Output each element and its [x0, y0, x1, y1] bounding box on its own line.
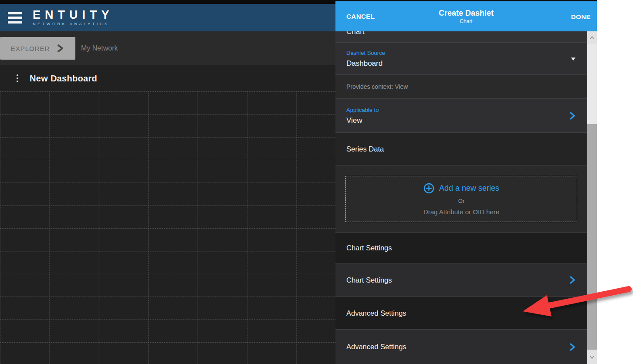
- explorer-button[interactable]: EXPLORER: [0, 37, 75, 60]
- menu-icon[interactable]: [8, 12, 22, 24]
- scroll-down-button[interactable]: [587, 350, 597, 364]
- panel-subtitle: Chart: [439, 18, 494, 24]
- dashlet-source-value: Dashboard: [346, 59, 385, 68]
- dropdown-caret-icon[interactable]: ▼: [570, 56, 577, 62]
- add-series-button[interactable]: Add a new series: [423, 183, 499, 194]
- series-data-header-text: Series Data: [346, 145, 384, 153]
- scroll-up-button[interactable]: [587, 31, 597, 44]
- dashboard-title: New Dashboard: [30, 74, 97, 84]
- applicable-to-field[interactable]: Applicable to View: [335, 99, 587, 133]
- series-body: Add a new series Or Drag Attribute or OI…: [335, 165, 587, 233]
- panel-body: Chart Dashlet Source Dashboard ▼ Provide…: [335, 31, 587, 364]
- chevron-down-icon: [589, 355, 595, 359]
- brand-name: ENTUITY: [33, 9, 114, 20]
- dashboard-menu-icon[interactable]: [17, 74, 18, 82]
- dashlet-source-field[interactable]: Dashlet Source Dashboard ▼: [335, 43, 587, 75]
- context-note-row: Provides context: View: [335, 75, 587, 99]
- chart-settings-link[interactable]: Chart Settings: [335, 263, 587, 297]
- create-dashlet-panel: CANCEL Create Dashlet Chart DONE Chart D…: [335, 1, 597, 364]
- brand-logo: ENTUITY NETWORK ANALYTICS: [33, 9, 114, 26]
- context-note-text: Provides context: View: [346, 83, 408, 90]
- applicable-to-value: View: [346, 116, 379, 125]
- or-separator: Or: [458, 198, 464, 204]
- chart-type-row-clipped[interactable]: Chart: [335, 31, 587, 43]
- chevron-right-icon: [56, 44, 64, 53]
- chevron-up-icon: [589, 36, 595, 40]
- dashboard-area: New Dashboard: [0, 65, 335, 364]
- plus-circle-icon: [423, 183, 434, 194]
- applicable-to-texts: Applicable to View: [346, 107, 379, 125]
- advanced-settings-header-text: Advanced Settings: [346, 309, 406, 317]
- panel-scrollbar[interactable]: [587, 31, 597, 364]
- dashlet-source-label: Dashlet Source: [346, 50, 385, 56]
- chart-settings-header-text: Chart Settings: [346, 244, 392, 252]
- breadcrumb-context[interactable]: My Network: [81, 31, 118, 65]
- brand-tagline: NETWORK ANALYTICS: [33, 22, 114, 26]
- add-series-label: Add a new series: [439, 184, 499, 193]
- advanced-settings-link[interactable]: Advanced Settings: [335, 330, 587, 364]
- panel-title: Create Dashlet: [439, 9, 494, 17]
- panel-title-block: Create Dashlet Chart: [439, 9, 494, 24]
- dashlet-source-texts: Dashlet Source Dashboard: [346, 50, 385, 68]
- chart-settings-link-text: Chart Settings: [346, 276, 392, 284]
- advanced-settings-header: Advanced Settings: [335, 297, 587, 330]
- explorer-label: EXPLORER: [11, 45, 50, 52]
- add-series-dropzone[interactable]: Add a new series Or Drag Attribute or OI…: [345, 176, 577, 222]
- cancel-button[interactable]: CANCEL: [346, 13, 375, 20]
- dashboard-grid: [0, 91, 335, 364]
- done-button[interactable]: DONE: [571, 13, 591, 20]
- page: ENTUITY NETWORK ANALYTICS EXPLORER My Ne…: [0, 0, 633, 364]
- chevron-right-icon: [569, 342, 576, 352]
- chevron-right-icon: [569, 111, 576, 121]
- scrollbar-thumb[interactable]: [587, 124, 597, 350]
- chart-type-value: Chart: [346, 31, 576, 35]
- chevron-right-icon: [569, 275, 576, 285]
- dashboard-title-row: New Dashboard: [0, 65, 335, 91]
- drop-hint: Drag Attribute or OID here: [423, 208, 499, 216]
- grid-pattern: [0, 91, 335, 364]
- applicable-to-label: Applicable to: [346, 107, 379, 113]
- series-data-header: Series Data: [335, 133, 587, 165]
- panel-header: CANCEL Create Dashlet Chart DONE: [335, 1, 597, 31]
- chart-settings-header: Chart Settings: [335, 233, 587, 263]
- advanced-settings-link-text: Advanced Settings: [346, 343, 406, 351]
